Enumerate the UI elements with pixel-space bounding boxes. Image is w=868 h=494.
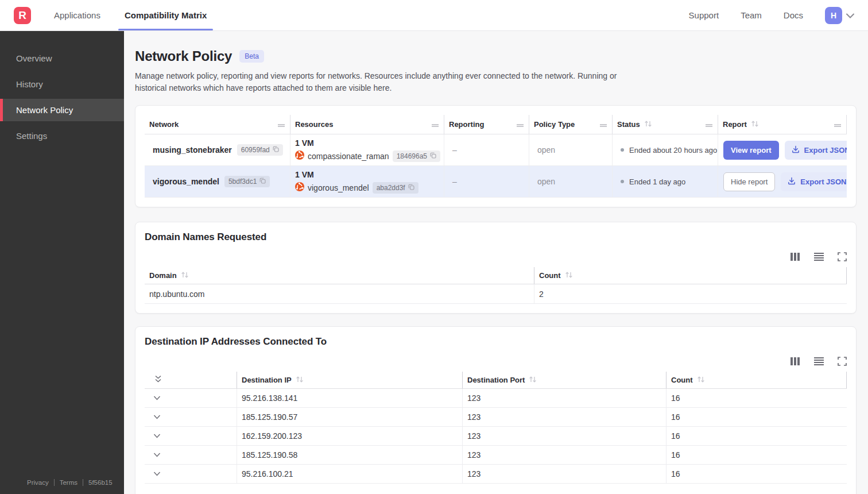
report-cell: Hide report Export JSON [718,166,847,197]
port-cell: 123 [462,427,666,445]
port-cell: 123 [462,389,666,407]
sort-icon[interactable] [296,375,304,385]
row-expander[interactable] [145,465,237,483]
sort-icon[interactable] [644,119,652,130]
double-chevron-down-icon[interactable] [154,375,162,385]
network-table-row[interactable]: vigorous_mendel 5bdf3dc1 1 VM vigorous_m… [145,166,847,198]
sort-icon[interactable] [181,271,189,281]
nav-link-docs[interactable]: Docs [784,10,803,20]
copy-icon[interactable] [273,146,279,154]
port-cell: 123 [462,465,666,483]
beta-badge: Beta [239,50,264,63]
count-cell: 16 [666,465,847,483]
count-cell: 16 [666,408,847,426]
nav-link-support[interactable]: Support [689,10,719,20]
networks-card: Network Resources Reporting Policy Type [135,105,857,207]
columns-icon[interactable] [790,357,800,366]
row-expander[interactable] [145,427,237,445]
expand-icon[interactable] [838,357,847,366]
top-navbar: R Applications Compatibility Matrix Supp… [0,0,868,31]
sort-icon[interactable] [697,375,705,385]
resource-id-badge: 184696a5 [393,150,440,162]
domains-table-header: Domain Count [145,267,847,284]
expand-all-rows-control[interactable] [145,372,237,388]
row-expander[interactable] [145,446,237,464]
rows-density-icon[interactable] [813,252,824,261]
ubuntu-icon [295,182,304,194]
col-header-policy-type: Policy Type [529,115,612,134]
sidebar-item-network-policy[interactable]: Network Policy [0,99,124,121]
destination-table-row-partial [145,484,847,494]
tab-compatibility-matrix[interactable]: Compatibility Matrix [123,0,208,30]
sort-icon[interactable] [751,119,759,130]
user-menu[interactable]: H [825,7,854,24]
column-resize-handle-icon[interactable] [431,119,439,130]
app-logo[interactable]: R [14,7,31,24]
count-cell: 2 [534,284,847,303]
count-cell: 16 [666,427,847,445]
ip-cell: 185.125.190.58 [237,446,462,464]
sidebar-footer: Privacy Terms 5f56b15 [0,479,124,494]
report-cell: View report Export JSON [718,134,847,165]
status-cell: Ended about 20 hours ago [612,134,718,165]
column-resize-handle-icon[interactable] [277,119,285,130]
network-id-badge: 60959fad [237,144,283,156]
view-report-button[interactable]: View report [723,141,779,160]
networks-table-header: Network Resources Reporting Policy Type [145,115,847,134]
col-header-count[interactable]: Count [534,267,847,284]
policy-type-cell: open [529,166,612,197]
destinations-card-title: Destination IP Addresses Connected To [145,336,847,348]
privacy-link[interactable]: Privacy [22,479,54,486]
page-title: Network Policy [135,48,232,64]
sidebar-item-history[interactable]: History [0,73,124,95]
sort-icon[interactable] [565,271,573,281]
status-cell: Ended 1 day ago [612,166,718,197]
tab-applications[interactable]: Applications [53,0,102,30]
sidebar: Overview History Network Policy Settings… [0,31,124,494]
chevron-down-icon[interactable] [846,10,854,21]
destination-table-row: 95.216.138.141 123 16 [145,389,847,408]
row-expander[interactable] [145,389,237,407]
sidebar-item-overview[interactable]: Overview [0,47,124,70]
column-resize-handle-icon[interactable] [834,119,842,130]
resources-cell: 1 VM vigorous_mendel aba2dd3f [290,166,444,197]
hide-report-button[interactable]: Hide report [723,172,775,191]
rows-density-icon[interactable] [813,357,824,366]
ip-cell: 185.125.190.57 [237,408,462,426]
column-resize-handle-icon[interactable] [599,119,607,130]
sort-icon[interactable] [529,375,537,385]
copy-icon[interactable] [430,152,436,160]
nav-link-team[interactable]: Team [741,10,762,20]
copy-icon[interactable] [259,177,266,186]
col-header-report[interactable]: Report [718,115,847,134]
terms-link[interactable]: Terms [54,479,83,486]
destination-table-row: 185.125.190.57 123 16 [145,408,847,427]
export-json-button[interactable]: Export JSON [781,172,847,191]
copy-icon[interactable] [408,184,414,192]
column-resize-handle-icon[interactable] [705,119,713,130]
column-resize-handle-icon[interactable] [516,119,524,130]
count-cell: 16 [666,389,847,407]
col-header-status[interactable]: Status [612,115,718,134]
ip-cell: 162.159.200.123 [237,427,462,445]
domain-table-row: ntp.ubuntu.com 2 [145,284,847,304]
col-header-domain[interactable]: Domain [145,267,534,284]
columns-icon[interactable] [790,252,800,261]
reporting-cell: – [444,166,529,197]
destination-table-row: 95.216.100.21 123 16 [145,465,847,484]
row-expander[interactable] [145,408,237,426]
ubuntu-icon [295,150,304,162]
col-header-resources: Resources [290,115,444,134]
avatar[interactable]: H [825,7,842,24]
network-name-cell: vigorous_mendel 5bdf3dc1 [145,166,290,197]
col-header-destination-port[interactable]: Destination Port [462,372,666,388]
export-json-button[interactable]: Export JSON [785,141,847,160]
sidebar-item-settings[interactable]: Settings [0,125,124,147]
col-header-count[interactable]: Count [666,372,847,388]
network-table-row[interactable]: musing_stonebraker 60959fad 1 VM compass… [145,134,847,166]
col-header-destination-ip[interactable]: Destination IP [237,372,462,388]
domains-card-title: Domain Names Requested [145,231,847,243]
expand-icon[interactable] [838,252,847,261]
destinations-card: Destination IP Addresses Connected To De… [135,326,857,494]
download-icon [792,145,800,155]
